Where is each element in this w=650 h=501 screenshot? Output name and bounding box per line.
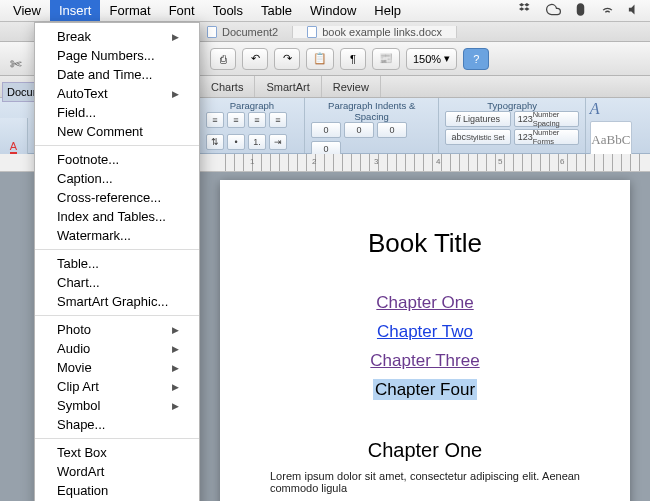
document-icon: [307, 26, 317, 38]
align-center-button[interactable]: ≡: [227, 112, 245, 128]
menu-item-cross-reference[interactable]: Cross-reference...: [35, 188, 199, 207]
menu-item-watermark[interactable]: Watermark...: [35, 226, 199, 245]
ribbon-tab-charts[interactable]: Charts: [200, 76, 255, 97]
menu-item-index-and-tables[interactable]: Index and Tables...: [35, 207, 199, 226]
chapter-link[interactable]: Chapter Two: [377, 322, 473, 341]
menu-item-shape[interactable]: Shape...: [35, 415, 199, 434]
menu-item-photo[interactable]: Photo▶: [35, 320, 199, 339]
indent-right-input[interactable]: 0: [377, 122, 407, 138]
doc-tab-label: book example links.docx: [322, 26, 442, 38]
ruler-number: 1: [250, 157, 254, 166]
menu-window[interactable]: Window: [301, 0, 365, 21]
chapter-link[interactable]: Chapter Three: [370, 351, 479, 370]
chapter-link[interactable]: Chapter One: [376, 293, 473, 312]
ligatures-dropdown[interactable]: fi Ligatures: [445, 111, 510, 127]
toolbar-button[interactable]: 📰: [372, 48, 400, 70]
menu-item-footnote[interactable]: Footnote...: [35, 150, 199, 169]
space-before-input[interactable]: 0: [344, 122, 374, 138]
menu-item-field[interactable]: Field...: [35, 103, 199, 122]
align-justify-button[interactable]: ≡: [269, 112, 287, 128]
chapter-heading: Chapter One: [270, 439, 580, 462]
toolbar-button[interactable]: ⎙: [210, 48, 236, 70]
menu-tools[interactable]: Tools: [204, 0, 252, 21]
menu-table[interactable]: Table: [252, 0, 301, 21]
menu-item-page-numbers[interactable]: Page Numbers...: [35, 46, 199, 65]
ruler-number: 6: [560, 157, 564, 166]
menu-item-date-and-time[interactable]: Date and Time...: [35, 65, 199, 84]
help-button[interactable]: ?: [463, 48, 489, 70]
ruler-number: 4: [436, 157, 440, 166]
ribbon-tab-smartart[interactable]: SmartArt: [255, 76, 321, 97]
menu-font[interactable]: Font: [160, 0, 204, 21]
menu-item-text-box[interactable]: Text Box: [35, 443, 199, 462]
menu-item-equation[interactable]: Equation: [35, 481, 199, 500]
doc-tab-label: Document2: [222, 26, 278, 38]
stylistic-set-dropdown[interactable]: abc Stylistic Set: [445, 129, 510, 145]
doc-tab-active[interactable]: book example links.docx: [292, 26, 457, 38]
zoom-value: 150%: [413, 53, 441, 65]
book-title: Book Title: [270, 228, 580, 259]
toolbar-button[interactable]: ↶: [242, 48, 268, 70]
dropbox-icon: [519, 2, 534, 20]
ruler-number: 3: [374, 157, 378, 166]
menubar-status-icons: [519, 2, 642, 20]
menu-item-audio[interactable]: Audio▶: [35, 339, 199, 358]
menu-item-smartart-graphic[interactable]: SmartArt Graphic...: [35, 292, 199, 311]
selected-text[interactable]: Chapter Four: [373, 379, 477, 400]
menu-item-clip-art[interactable]: Clip Art▶: [35, 377, 199, 396]
ruler-number: 5: [498, 157, 502, 166]
menu-item-autotext[interactable]: AutoText▶: [35, 84, 199, 103]
group-label: Paragraph: [206, 100, 298, 111]
number-spacing-dropdown[interactable]: 123 Number Spacing: [514, 111, 579, 127]
ribbon-tab-review[interactable]: Review: [322, 76, 381, 97]
evernote-icon: [573, 2, 588, 20]
font-color-control[interactable]: A: [0, 118, 28, 154]
document-icon: [207, 26, 217, 38]
font-style-icon[interactable]: A: [590, 100, 600, 118]
menu-item-chart[interactable]: Chart...: [35, 273, 199, 292]
indent-button[interactable]: ⇥: [269, 134, 287, 150]
list-button[interactable]: •: [227, 134, 245, 150]
volume-icon: [627, 2, 642, 20]
toolbar-button[interactable]: ↷: [274, 48, 300, 70]
cut-icon[interactable]: ✄: [10, 56, 22, 72]
menu-item-new-comment[interactable]: New Comment: [35, 122, 199, 141]
chapter-links: Chapter OneChapter TwoChapter ThreeChapt…: [270, 289, 580, 405]
doc-tab-inactive[interactable]: Document2: [193, 26, 292, 38]
toolbar-button[interactable]: 📋: [306, 48, 334, 70]
ruler-number: 2: [312, 157, 316, 166]
menu-insert[interactable]: Insert: [50, 0, 101, 21]
menu-item-break[interactable]: Break▶: [35, 27, 199, 46]
menu-item-movie[interactable]: Movie▶: [35, 358, 199, 377]
align-left-button[interactable]: ≡: [206, 112, 224, 128]
menu-item-wordart[interactable]: WordArt: [35, 462, 199, 481]
menu-format[interactable]: Format: [100, 0, 159, 21]
menu-item-table[interactable]: Table...: [35, 254, 199, 273]
group-label: Paragraph Indents & Spacing: [311, 100, 433, 122]
menu-item-symbol[interactable]: Symbol▶: [35, 396, 199, 415]
body-text: Lorem ipsum dolor sit amet, consectetur …: [270, 470, 580, 494]
toolbar-button[interactable]: ¶: [340, 48, 366, 70]
wifi-icon: [600, 2, 615, 20]
document-page[interactable]: Book Title Chapter OneChapter TwoChapter…: [220, 180, 630, 501]
line-spacing-button[interactable]: ⇅: [206, 134, 224, 150]
insert-menu-dropdown: Break▶Page Numbers...Date and Time...Aut…: [34, 22, 200, 501]
align-right-button[interactable]: ≡: [248, 112, 266, 128]
menu-view[interactable]: View: [4, 0, 50, 21]
number-forms-dropdown[interactable]: 123 Number Forms: [514, 129, 579, 145]
menu-help[interactable]: Help: [365, 0, 410, 21]
mac-menubar: ViewInsertFormatFontToolsTableWindowHelp: [0, 0, 650, 22]
cloud-icon: [546, 2, 561, 20]
zoom-control[interactable]: 150% ▾: [406, 48, 457, 70]
numbered-list-button[interactable]: 1.: [248, 134, 266, 150]
indent-left-input[interactable]: 0: [311, 122, 341, 138]
menu-item-caption[interactable]: Caption...: [35, 169, 199, 188]
